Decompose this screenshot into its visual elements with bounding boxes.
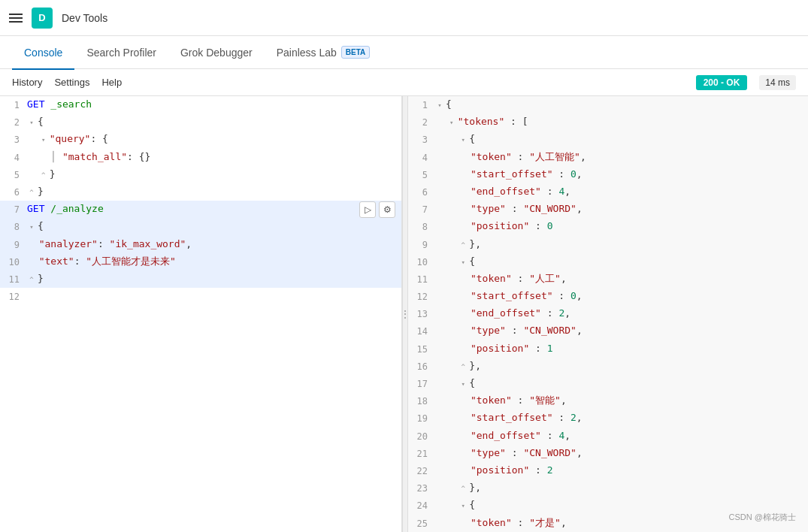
status-badge: 200 - OK [696, 75, 748, 90]
fold-icon[interactable]: ^ [458, 240, 468, 249]
settings-button[interactable]: Settings [54, 77, 89, 88]
table-row: 21 "type" : "CN_WORD", [408, 445, 808, 462]
watermark: CSDN @棉花骑士 [729, 512, 796, 523]
left-code-editor[interactable]: 1 GET _search 2 ▾{ 3 ▾"query": { 4 │ "ma… [0, 96, 401, 532]
main-area: 1 GET _search 2 ▾{ 3 ▾"query": { 4 │ "ma… [0, 96, 808, 532]
table-row: 3 ▾"query": { [0, 131, 401, 148]
table-row: 8 "position" : 0 [408, 218, 808, 235]
table-row: 14 "type" : "CN_WORD", [408, 322, 808, 340]
table-row: 12 [0, 288, 401, 305]
fold-icon[interactable]: ^ [458, 484, 468, 493]
table-row: 4 "token" : "人工智能", [408, 149, 808, 166]
table-row: 10 "text": "人工智能才是未来" [0, 253, 401, 271]
run-button[interactable]: ▷ [359, 201, 376, 218]
table-row: 12 "start_offset" : 0, [408, 288, 808, 305]
table-row: 20 "end_offset" : 4, [408, 428, 808, 445]
tab-search-profiler[interactable]: Search Profiler [74, 37, 168, 70]
table-row: 23 ^}, [408, 479, 808, 497]
fold-icon[interactable]: ▾ [458, 379, 468, 388]
toolbar: History Settings Help 200 - OK 14 ms [0, 69, 808, 96]
top-bar: D Dev Tools [0, 0, 808, 36]
table-row: 2 ▾"tokens" : [ [408, 113, 808, 131]
fold-icon[interactable]: ▾ [435, 101, 444, 110]
fold-icon[interactable]: ▾ [39, 136, 48, 145]
fold-icon[interactable]: ▾ [458, 502, 468, 511]
copy-button[interactable]: ⚙ [379, 201, 395, 218]
table-row: 18 "token" : "智能", [408, 392, 808, 410]
table-row: 1 GET _search [0, 96, 401, 113]
left-panel: 1 GET _search 2 ▾{ 3 ▾"query": { 4 │ "ma… [0, 96, 402, 532]
fold-icon[interactable]: ▾ [27, 223, 36, 232]
table-row: 9 "analyzer": "ik_max_word", [0, 236, 401, 253]
right-code-editor[interactable]: 1 ▾{ 2 ▾"tokens" : [ 3 ▾{ 4 "token" : "人… [408, 96, 808, 532]
table-row: 1 ▾{ [408, 96, 808, 113]
fold-icon[interactable]: ^ [27, 275, 36, 284]
tab-console[interactable]: Console [12, 37, 74, 70]
tab-painless-lab[interactable]: Painless Lab BETA [265, 37, 383, 70]
app-title: Dev Tools [62, 12, 107, 24]
table-row: 10 ▾{ [408, 253, 808, 271]
table-row: 19 "start_offset" : 2, [408, 410, 808, 427]
help-button[interactable]: Help [101, 77, 122, 88]
beta-badge: BETA [341, 46, 370, 59]
fold-icon[interactable]: ▾ [458, 136, 468, 145]
right-panel: 1 ▾{ 2 ▾"tokens" : [ 3 ▾{ 4 "token" : "人… [408, 96, 808, 532]
table-row: 11 "token" : "人工", [408, 271, 808, 288]
fold-icon[interactable]: ^ [458, 362, 468, 371]
table-row: 3 ▾{ [408, 131, 808, 148]
app-avatar: D [32, 8, 53, 29]
table-row: 11 ^} [0, 271, 401, 288]
panel-resizer[interactable]: ⋮ [402, 96, 408, 532]
fold-icon[interactable]: ^ [39, 171, 48, 180]
fold-icon[interactable]: ▾ [27, 118, 36, 127]
table-row: 7 "type" : "CN_WORD", [408, 201, 808, 218]
table-row: 13 "end_offset" : 2, [408, 305, 808, 322]
history-button[interactable]: History [12, 77, 42, 88]
table-row: 8 ▾{ [0, 218, 401, 235]
table-row: 17 ▾{ [408, 375, 808, 392]
nav-tabs: Console Search Profiler Grok Debugger Pa… [0, 36, 808, 69]
tab-grok-debugger[interactable]: Grok Debugger [168, 37, 265, 70]
fold-icon[interactable]: ▾ [447, 118, 456, 127]
table-row: 2 ▾{ [0, 113, 401, 131]
table-row: 9 ^}, [408, 236, 808, 253]
table-row: 22 "position" : 2 [408, 462, 808, 479]
table-row: 5 "start_offset" : 0, [408, 166, 808, 183]
table-row: 6 "end_offset" : 4, [408, 183, 808, 201]
table-row: 5 ^} [0, 166, 401, 183]
table-row: 4 │ "match_all": {} [0, 149, 401, 166]
table-row: 16 ^}, [408, 358, 808, 375]
table-row: 15 "position" : 1 [408, 340, 808, 358]
table-row: 6 ^} [0, 183, 401, 201]
table-row: 7 GET /_analyze ▷ ⚙ [0, 201, 401, 218]
time-badge: 14 ms [759, 75, 796, 90]
fold-icon[interactable]: ▾ [458, 258, 468, 267]
menu-icon[interactable] [9, 14, 23, 23]
line-actions: ▷ ⚙ [359, 201, 395, 218]
fold-icon[interactable]: ^ [27, 188, 36, 197]
